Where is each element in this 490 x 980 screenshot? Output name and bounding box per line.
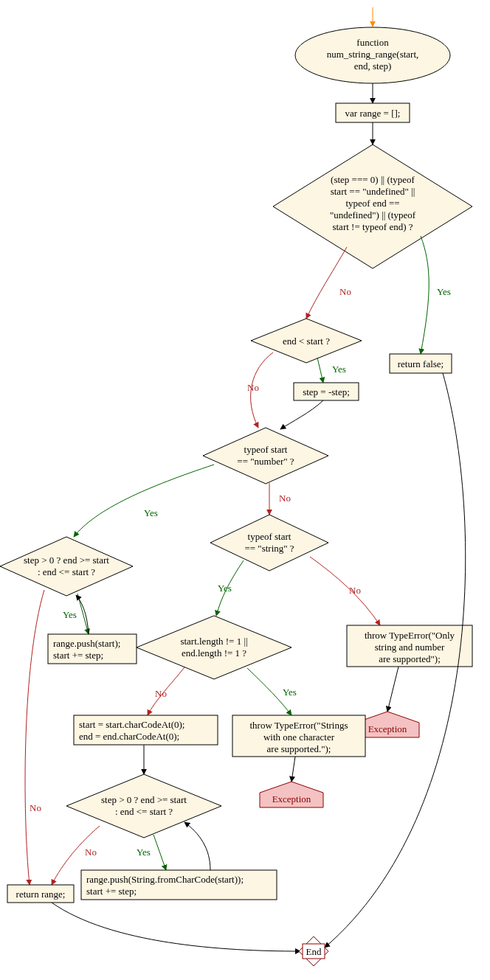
node-text: start == "undefined" || xyxy=(331,186,415,197)
node-text: start += step; xyxy=(86,886,137,897)
edge-label-no: No xyxy=(349,585,361,596)
node-text: step > 0 ? end >= start xyxy=(101,794,187,805)
node-text: throw TypeError("Strings xyxy=(249,720,348,731)
node-text: : end <= start ? xyxy=(115,806,173,817)
edge-label-yes: Yes xyxy=(63,609,77,620)
node-text: start.length != 1 || xyxy=(180,636,247,647)
node-text: range.push(String.fromCharCode(start)); xyxy=(86,874,244,885)
node-text: == "number" ? xyxy=(237,456,294,467)
node-char-code-at: start = start.charCodeAt(0); end = end.c… xyxy=(74,715,218,745)
node-text: range.push(start); xyxy=(53,638,120,649)
node-return-false: return false; xyxy=(390,354,452,373)
node-text: throw TypeError("Only xyxy=(365,630,455,641)
flowchart-canvas: function num_string_range(start, end, st… xyxy=(0,0,490,980)
node-text: num_string_range(start, xyxy=(327,49,419,60)
node-text: : end <= start ? xyxy=(38,566,95,577)
node-text: return range; xyxy=(16,889,66,900)
edge-label-no: No xyxy=(30,802,41,813)
edge-label-yes: Yes xyxy=(283,687,297,698)
edge-label-no: No xyxy=(279,493,291,504)
node-loop-string: step > 0 ? end >= start : end <= start ? xyxy=(66,774,221,838)
node-throw-type-error-1: throw TypeError("Only string and number … xyxy=(347,625,472,667)
node-loop-number: step > 0 ? end >= start : end <= start ? xyxy=(0,537,133,596)
node-text: end = end.charCodeAt(0); xyxy=(79,731,179,742)
edge-label-yes: Yes xyxy=(144,507,158,518)
node-text: are supported"); xyxy=(379,653,441,664)
node-text: start += step; xyxy=(53,650,103,661)
node-text: typeof end == xyxy=(345,198,399,209)
node-exception-2: Exception xyxy=(260,782,323,807)
node-body-string: range.push(String.fromCharCode(start)); … xyxy=(81,870,277,900)
edge-label-no: No xyxy=(85,847,97,858)
node-text: End xyxy=(306,946,322,957)
node-typeof-number: typeof start == "number" ? xyxy=(203,428,328,484)
node-typeof-string: typeof start == "string" ? xyxy=(210,515,328,571)
edge-label-no: No xyxy=(339,286,351,297)
node-function-terminal: function num_string_range(start, end, st… xyxy=(295,27,450,83)
node-text: var range = []; xyxy=(345,108,401,119)
node-text: return false; xyxy=(398,358,444,369)
edge-label-no: No xyxy=(155,688,167,699)
node-text: (step === 0) || (typeof xyxy=(331,174,415,185)
node-text: end < start ? xyxy=(283,336,330,347)
node-text: typeof start xyxy=(244,444,288,455)
node-return-range: return range; xyxy=(7,885,74,903)
node-text: Exception xyxy=(272,793,311,804)
edge-label-yes: Yes xyxy=(437,286,451,297)
node-length-check: start.length != 1 || end.length != 1 ? xyxy=(137,616,291,679)
node-text: with one character xyxy=(263,731,335,743)
node-end: End xyxy=(299,936,328,966)
node-text: end.length != 1 ? xyxy=(182,647,246,658)
node-text: step = -step; xyxy=(303,386,350,397)
edge-label-no: No xyxy=(247,382,259,393)
node-text: "undefined") || (typeof xyxy=(330,209,416,220)
node-text: typeof start xyxy=(248,531,291,542)
node-text: Exception xyxy=(368,723,407,734)
edge-label-yes: Yes xyxy=(332,364,346,375)
node-text: == "string" ? xyxy=(244,543,294,554)
edge-label-yes: Yes xyxy=(137,847,151,858)
node-negate-step: step = -step; xyxy=(294,383,359,400)
node-body-number: range.push(start); start += step; xyxy=(48,634,137,664)
node-text: end, step) xyxy=(354,60,392,72)
node-text: start != typeof end) ? xyxy=(332,221,413,232)
node-text: start = start.charCodeAt(0); xyxy=(79,719,184,730)
node-end-lt-start: end < start ? xyxy=(251,319,362,363)
node-text: string and number xyxy=(375,642,445,653)
node-text: function xyxy=(356,37,389,48)
node-throw-type-error-2: throw TypeError("Strings with one charac… xyxy=(232,715,365,757)
node-var-range: var range = []; xyxy=(336,103,410,122)
node-validate-args: (step === 0) || (typeof start == "undefi… xyxy=(273,145,472,268)
node-text: are supported."); xyxy=(267,743,331,754)
node-text: step > 0 ? end >= start xyxy=(24,555,109,566)
edge-label-yes: Yes xyxy=(218,583,232,594)
